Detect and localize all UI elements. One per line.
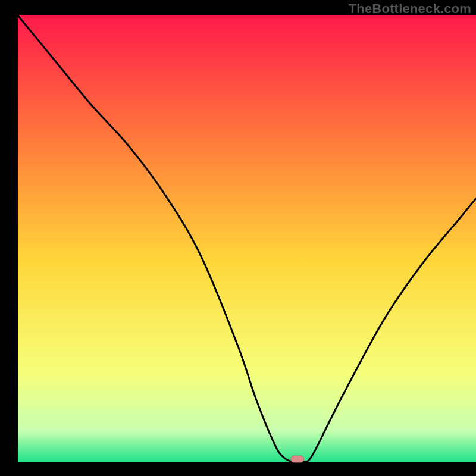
bottleneck-plot bbox=[0, 0, 476, 476]
plot-gradient-bg bbox=[18, 15, 476, 462]
watermark-text: TheBottleneck.com bbox=[349, 1, 471, 17]
optimal-marker bbox=[291, 456, 304, 462]
chart-frame: TheBottleneck.com bbox=[0, 0, 476, 476]
